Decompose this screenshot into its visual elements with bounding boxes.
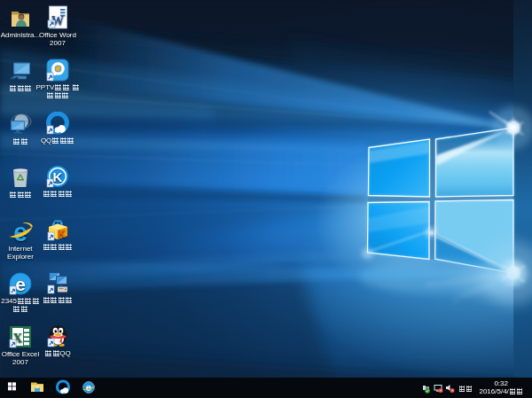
svg-text:K: K <box>58 228 66 240</box>
svg-text:e: e <box>86 382 91 393</box>
svg-text:e: e <box>15 274 26 294</box>
svg-text:K: K <box>53 169 63 184</box>
